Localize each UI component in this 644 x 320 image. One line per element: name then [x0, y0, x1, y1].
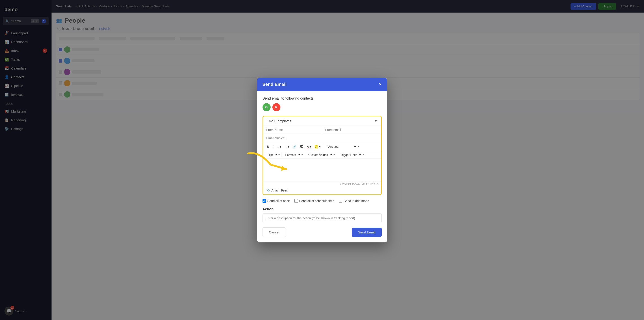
from-row: [263, 126, 381, 134]
modal-overlay: Send Email × Send email to following con…: [0, 0, 644, 320]
toolbar-separator: [324, 144, 324, 149]
action-input[interactable]: [262, 213, 382, 223]
subject-row: [263, 134, 381, 142]
text-color-button[interactable]: A ▾: [306, 144, 312, 149]
font-chevron: ▾: [358, 145, 359, 148]
send-at-once-checkbox[interactable]: [262, 199, 266, 203]
numbered-list-button[interactable]: ≡ ▾: [284, 144, 290, 149]
template-select[interactable]: Email Templates Template 1 Template 2: [263, 116, 381, 126]
from-name-input[interactable]: [263, 126, 322, 134]
send-drip-checkbox[interactable]: [339, 199, 342, 203]
modal-body: Send email to following contacts: G R Em…: [257, 91, 387, 242]
email-body-editor[interactable]: [263, 159, 381, 181]
avatar-r: R: [272, 103, 280, 111]
modal-close-button[interactable]: ×: [379, 82, 382, 87]
font-select[interactable]: Verdana Arial Times New Roman: [326, 144, 357, 149]
send-options: Send all at once Send all at schedule ti…: [262, 199, 382, 203]
email-compose-box: Email Templates Template 1 Template 2 ▼: [262, 116, 382, 195]
bold-button[interactable]: B: [266, 144, 270, 149]
bullet-list-button[interactable]: ≡ ▾: [276, 144, 283, 149]
from-email-input[interactable]: [322, 126, 381, 134]
custom-values-chevron: ▾: [334, 153, 335, 156]
trigger-links-chevron: ▾: [363, 153, 364, 156]
send-at-once-option[interactable]: Send all at once: [262, 199, 290, 203]
font-size-select[interactable]: 11pt 12pt 14pt: [266, 152, 278, 157]
send-at-schedule-checkbox[interactable]: [294, 199, 298, 203]
italic-button[interactable]: I: [271, 144, 275, 149]
modal-header: Send Email ×: [257, 78, 387, 91]
avatar-g: G: [262, 103, 270, 111]
contacts-label: Send email to following contacts:: [262, 96, 382, 101]
send-at-schedule-option[interactable]: Send all at schedule time: [294, 199, 334, 203]
formats-select[interactable]: Formats: [284, 152, 300, 157]
contact-avatars: G R: [262, 103, 382, 111]
paperclip-icon: 📎: [266, 189, 270, 192]
action-label: Action: [262, 207, 382, 211]
modal-footer: Cancel Send Email: [262, 227, 382, 237]
attach-files-button[interactable]: 📎 Attach Files: [263, 186, 381, 194]
image-button[interactable]: 🖼: [299, 144, 305, 149]
subject-input[interactable]: [263, 134, 381, 142]
editor-toolbar-row2: 11pt 12pt 14pt ▾ Formats ▾ Custom Values…: [263, 151, 381, 159]
toolbar-separator2: [282, 152, 282, 157]
send-email-button[interactable]: Send Email: [352, 228, 382, 237]
font-size-chevron: ▾: [278, 153, 280, 156]
link-button[interactable]: 🔗: [292, 144, 298, 149]
send-email-modal: Send Email × Send email to following con…: [257, 78, 387, 242]
modal-title: Send Email: [262, 82, 287, 87]
bg-color-button[interactable]: A ▾: [314, 144, 322, 149]
editor-toolbar-row1: B I ≡ ▾ ≡ ▾ 🔗 🖼 A ▾ A ▾ Verdana Arial Ti…: [263, 142, 381, 151]
template-select-wrapper: Email Templates Template 1 Template 2 ▼: [263, 116, 381, 126]
editor-footer: 0 WORDS POWERED BY TINY ⤡: [263, 181, 381, 186]
resize-handle[interactable]: ⤡: [377, 182, 379, 185]
cancel-button[interactable]: Cancel: [262, 227, 286, 237]
send-drip-option[interactable]: Send in drip mode: [339, 199, 369, 203]
trigger-links-select[interactable]: Trigger Links: [339, 152, 362, 157]
toolbar-separator4: [337, 152, 337, 157]
custom-values-select[interactable]: Custom Values: [307, 152, 333, 157]
formats-chevron: ▾: [302, 153, 303, 156]
